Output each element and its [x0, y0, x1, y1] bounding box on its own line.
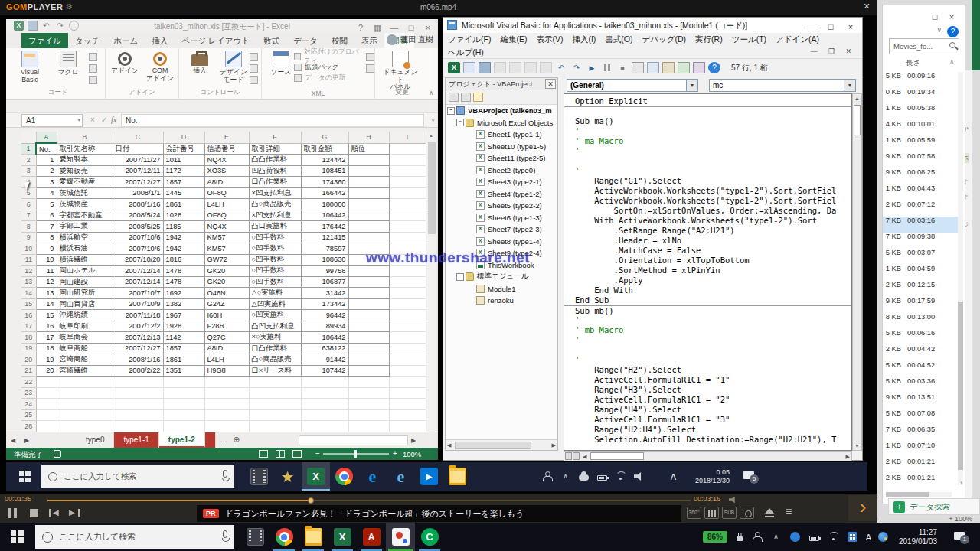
- file-row[interactable]: 2 KB 00:07:12: [883, 201, 959, 217]
- sheet-tab[interactable]: [205, 432, 216, 448]
- file-row[interactable]: 1 KB 00:05:38: [883, 104, 959, 120]
- excel-ribbon-options-button[interactable]: [369, 23, 386, 33]
- explorer-length-column-header[interactable]: 長さ: [906, 58, 920, 68]
- menu-item[interactable]: デバッグ(D): [638, 33, 691, 46]
- zoom-slider-thumb[interactable]: [354, 450, 357, 458]
- action-center-icon[interactable]: 1: [954, 532, 966, 542]
- document-panel-button[interactable]: ドキュメント パネル: [383, 51, 418, 91]
- namebox-dropdown-icon[interactable]: [77, 117, 80, 123]
- paste-icon[interactable]: [524, 62, 537, 73]
- zoom-in-icon[interactable]: +: [393, 449, 397, 458]
- code-horizontal-scrollbar[interactable]: [564, 451, 852, 461]
- vba-close-button[interactable]: [841, 22, 861, 31]
- ribbon-tab[interactable]: 挿入: [145, 33, 175, 48]
- design-mode-icon[interactable]: [632, 62, 644, 73]
- menu-item[interactable]: 挿入(I): [567, 33, 600, 46]
- file-row[interactable]: 5 KB 00:04:52: [883, 361, 959, 377]
- movies-tv-icon[interactable]: [415, 462, 443, 491]
- sheet-horizontal-scrollbar[interactable]: [299, 435, 408, 445]
- people-icon[interactable]: [752, 532, 762, 542]
- menu-item[interactable]: ファイル(F): [443, 33, 495, 46]
- menu-item[interactable]: 書式(O): [600, 33, 637, 46]
- project-panel-close-icon[interactable]: [545, 79, 556, 89]
- insert-userform-icon[interactable]: [463, 62, 475, 73]
- file-row[interactable]: 5 KB 00:07:08: [883, 409, 959, 425]
- explorer-expand-chevron-icon[interactable]: [960, 479, 962, 487]
- taskbar-search-input[interactable]: ここに入力して検索: [35, 525, 234, 549]
- menu-item[interactable]: 表示(V): [531, 33, 567, 46]
- insert-function-icon[interactable]: [111, 116, 116, 124]
- explorer-close-button[interactable]: [943, 12, 960, 21]
- ribbon-tab[interactable]: 校閲: [325, 33, 354, 48]
- dropdown-arrow-icon[interactable]: [844, 80, 855, 91]
- menu-item[interactable]: 編集(E): [495, 33, 531, 46]
- 360-view-button[interactable]: 360°: [687, 507, 701, 519]
- run-icon[interactable]: [586, 62, 598, 73]
- sheet-row[interactable]: 8 7 宇部工業 2008/5/25 1185 NQ4X 凸口実施料 17644…: [21, 221, 426, 233]
- view-code-icon[interactable]: [449, 93, 459, 102]
- file-row[interactable]: 1 KB 00:05:59: [883, 136, 959, 152]
- ribbon-tab[interactable]: ファイル: [21, 33, 68, 48]
- zoom-level[interactable]: 100%: [403, 450, 421, 458]
- add-sheet-icon[interactable]: [230, 432, 243, 448]
- copy-icon[interactable]: [509, 62, 521, 73]
- project-tree-item[interactable]: renzoku: [446, 295, 557, 307]
- gom-star-icon[interactable]: [273, 462, 302, 491]
- camtasia-icon[interactable]: [415, 523, 444, 551]
- taskbar-search-input[interactable]: ここに入力して検索: [41, 465, 234, 488]
- toolbox-icon[interactable]: [693, 62, 705, 73]
- onedrive-icon[interactable]: [790, 532, 800, 542]
- chrome-icon[interactable]: [270, 523, 299, 551]
- vba-titlebar[interactable]: Microsoft Visual Basic for Applications …: [443, 18, 862, 33]
- file-row[interactable]: 7 KB 00:03:16: [883, 217, 959, 233]
- sheet-row[interactable]: 13 12 岡山建設 2007/12/14 1478 GK20 ○凹手数料 10…: [21, 276, 426, 288]
- toggle-folders-icon[interactable]: [473, 93, 483, 102]
- volume-icon[interactable]: [634, 471, 644, 481]
- file-row[interactable]: 2 KB 00:01:21: [883, 458, 959, 474]
- save-icon[interactable]: [479, 62, 491, 73]
- file-row[interactable]: 5 KB 00:03:36: [883, 377, 959, 393]
- volume-icon[interactable]: [729, 496, 737, 504]
- ribbon-tab[interactable]: データ: [286, 33, 325, 48]
- wifi-icon[interactable]: [828, 532, 838, 542]
- explorer-help-icon[interactable]: ?: [947, 26, 959, 37]
- sheet-row[interactable]: 1 No. 取引先名称 日付 会計番号 信憑番号 取引詳細 取引金額 順位: [21, 143, 426, 155]
- next-button[interactable]: [67, 507, 84, 520]
- file-row[interactable]: 7 KB 00:06:35: [883, 425, 959, 442]
- sheet-row[interactable]: 9 8 横浜航空 2007/10/6 1942 KM57 ○凹手数料 12141…: [21, 232, 426, 243]
- ribbon-collapse-icon[interactable]: [429, 90, 433, 96]
- battery-icon[interactable]: [809, 536, 819, 541]
- clock[interactable]: 11:27 2019/01/03: [899, 528, 937, 546]
- sheet-row[interactable]: 10 9 横浜石油 2007/10/6 1942 KM57 ○凹手数料 7859…: [21, 243, 426, 255]
- battery-percentage-badge[interactable]: 86%: [703, 531, 727, 543]
- code-vertical-scrollbar[interactable]: [852, 93, 862, 451]
- sheet-row[interactable]: 19 18 岐阜商船 2007/12/27 1857 A8ID 口凸作業料 63…: [21, 343, 426, 354]
- ribbon-tab[interactable]: ホーム: [106, 33, 145, 48]
- globe-icon[interactable]: [878, 532, 888, 542]
- chrome-icon[interactable]: [330, 462, 358, 491]
- ime-indicator[interactable]: A: [671, 472, 676, 481]
- redo-icon[interactable]: [570, 62, 583, 73]
- project-tree-item[interactable]: Microsoft Excel Objects: [446, 117, 557, 129]
- vba-maximize-button[interactable]: [821, 22, 841, 31]
- code-editor[interactable]: Option ExplicitSub ma()'' ma Macro'' Ran…: [564, 93, 852, 451]
- start-button[interactable]: [9, 462, 40, 491]
- sheet-row[interactable]: 15 14 岡山百貨店 2007/10/9 1382 G24Z △凹実施料 17…: [21, 298, 426, 310]
- subtitles-button[interactable]: SUB: [722, 507, 737, 519]
- menu-item[interactable]: ヘルプ(H): [443, 46, 488, 58]
- eject-button[interactable]: [764, 508, 775, 517]
- stop-button[interactable]: [28, 507, 44, 520]
- project-tree-item[interactable]: Sheet1 (type1-1): [446, 129, 557, 141]
- sheet-nav-right-icon[interactable]: [20, 432, 34, 448]
- zoom-out-icon[interactable]: −: [315, 449, 320, 458]
- sheet-row[interactable]: 18 17 岐阜商会 2007/12/13 1142 Q27C ×○実施料 10…: [21, 332, 426, 344]
- file-row[interactable]: 9 KB 00:07:58: [883, 152, 959, 168]
- file-row[interactable]: 2 KB 00:12:15: [883, 281, 959, 297]
- project-tree-item[interactable]: Sheet3 (type2-1): [446, 176, 557, 188]
- ime-indicator[interactable]: A: [866, 533, 871, 542]
- file-row[interactable]: 5 KB 00:03:07: [883, 249, 959, 265]
- dropdown-arrow-icon[interactable]: [686, 80, 697, 91]
- project-tree-item[interactable]: Sheet10 (type1-5): [446, 141, 557, 153]
- microphone-icon[interactable]: [223, 470, 227, 478]
- gom-close-button[interactable]: [860, 2, 874, 11]
